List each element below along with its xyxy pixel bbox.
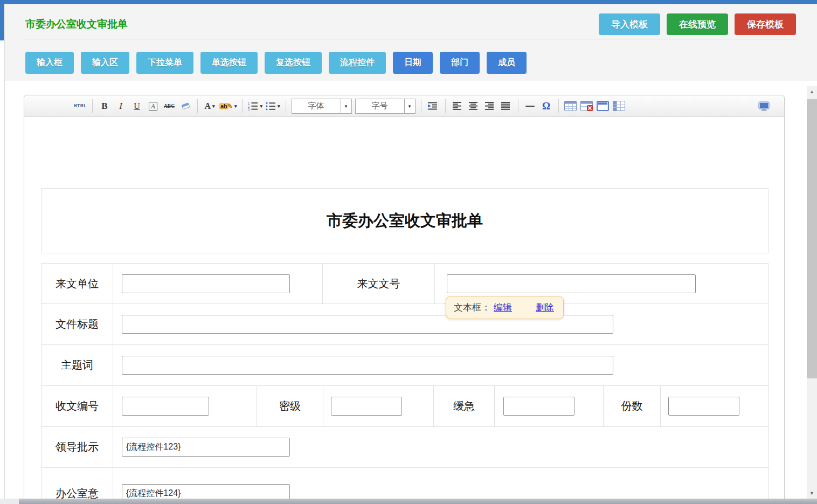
align-justify-button[interactable]: [500, 99, 513, 113]
align-left-icon: [453, 102, 462, 110]
label-cell: 份数: [604, 386, 661, 427]
bold-button[interactable]: B: [98, 99, 111, 113]
underline-button[interactable]: U: [130, 99, 143, 113]
strikethrough-button[interactable]: ABC: [163, 99, 176, 113]
keywords-input[interactable]: [122, 356, 613, 375]
chevron-down-icon[interactable]: ▾: [404, 99, 415, 113]
fullscreen-button[interactable]: [757, 99, 770, 113]
align-left-button[interactable]: [451, 99, 464, 113]
editor-toolbar: HTML B I U A ABC A▾ ab✎▾ 123 ▾ ▾: [24, 95, 784, 117]
char-border-icon: A: [149, 102, 157, 111]
toolbar-separator: [286, 99, 286, 113]
unordered-list-button[interactable]: ▾: [266, 99, 280, 113]
form-title: 市委办公室收文审批单: [327, 210, 483, 232]
horizontal-scrollbar-thumb[interactable]: [19, 499, 817, 504]
copies-input[interactable]: [668, 397, 739, 416]
scrollbar-thumb[interactable]: [807, 99, 817, 378]
leader-comments-input[interactable]: [122, 438, 290, 457]
indent-button[interactable]: [427, 99, 440, 113]
insert-table-button[interactable]: [564, 99, 577, 113]
eraser-icon: [181, 102, 191, 111]
receipt-number-input[interactable]: [122, 397, 209, 416]
label-cell: 来文单位: [41, 264, 113, 304]
highlight-color-button[interactable]: ab✎▾: [219, 99, 237, 113]
add-department-button[interactable]: 部门: [440, 52, 480, 74]
source-unit-input[interactable]: [122, 274, 290, 293]
font-family-select[interactable]: 字体 ▾: [292, 99, 352, 114]
add-dropdown-button[interactable]: 下拉菜单: [136, 52, 193, 74]
indent-icon: [428, 102, 438, 111]
svg-text:3: 3: [248, 108, 250, 111]
char-border-button[interactable]: A: [147, 99, 160, 113]
chevron-down-icon: ▾: [260, 103, 262, 109]
add-checkbox-button[interactable]: 复选按钮: [265, 52, 322, 74]
delete-table-button[interactable]: [580, 99, 593, 113]
app-window: 市委办公室收文审批单 导入模板 在线预览 保存模板 输入框 输入区 下拉菜单 单…: [0, 0, 817, 504]
align-right-icon: [485, 102, 495, 110]
insert-table-icon: [564, 101, 577, 111]
add-date-button[interactable]: 日期: [393, 52, 433, 74]
add-textarea-button[interactable]: 输入区: [81, 52, 129, 74]
preview-online-button[interactable]: 在线预览: [667, 13, 728, 35]
chevron-down-icon: ▾: [234, 103, 237, 109]
cell-properties-button[interactable]: [613, 99, 626, 113]
fullscreen-icon: [758, 101, 770, 111]
security-level-input[interactable]: [331, 397, 402, 416]
editor-canvas[interactable]: 市委办公室收文审批单 来文单位 来文文号 文件标题 主题词: [24, 117, 784, 504]
font-color-button[interactable]: A▾: [203, 99, 216, 113]
edit-field-link[interactable]: 编辑: [494, 301, 512, 314]
vertical-scrollbar[interactable]: ▲ ▼: [807, 86, 817, 499]
chevron-down-icon[interactable]: ▾: [341, 99, 351, 113]
horizontal-rule-button[interactable]: [524, 99, 537, 113]
input-cell: [113, 304, 769, 345]
html-source-button[interactable]: HTML: [74, 99, 87, 113]
toolbar-separator: [197, 99, 198, 113]
urgency-input[interactable]: [503, 397, 574, 416]
save-template-button[interactable]: 保存模板: [735, 13, 796, 35]
pencil-icon: ✎: [227, 102, 233, 110]
delete-table-icon: [580, 101, 593, 111]
special-character-button[interactable]: Ω: [540, 99, 553, 113]
input-cell: [113, 345, 769, 386]
add-input-box-button[interactable]: 输入框: [25, 52, 74, 74]
add-flow-control-button[interactable]: 流程控件: [329, 52, 386, 74]
header-divider: [25, 39, 798, 39]
add-member-button[interactable]: 成员: [487, 52, 527, 74]
page-title: 市委办公室收文审批单: [25, 17, 128, 31]
toolbar-separator: [445, 99, 446, 113]
input-cell: [323, 386, 434, 427]
label-cell: 文件标题: [41, 304, 113, 345]
label-cell: 缓急: [434, 386, 495, 427]
eraser-button[interactable]: [179, 99, 192, 113]
form-title-box: 市委办公室收文审批单: [41, 188, 768, 253]
scroll-up-arrow[interactable]: ▲: [807, 86, 817, 97]
add-radio-button[interactable]: 单选按钮: [200, 52, 258, 74]
table-properties-button[interactable]: [597, 99, 610, 113]
input-cell: [661, 386, 769, 427]
align-center-button[interactable]: [467, 99, 480, 113]
toolbar-separator: [92, 99, 93, 113]
label-cell: 领导批示: [41, 427, 113, 468]
scroll-down-arrow[interactable]: ▼: [807, 488, 817, 499]
source-unit-label: 来文单位: [56, 277, 99, 291]
rich-text-editor: HTML B I U A ABC A▾ ab✎▾ 123 ▾ ▾: [24, 95, 785, 504]
table-row: 收文编号 密级 缓急 份数: [41, 386, 768, 427]
document-number-input[interactable]: [447, 274, 696, 293]
table-properties-icon: [597, 101, 609, 111]
template-actions: 导入模板 在线预览 保存模板: [599, 13, 796, 35]
italic-button[interactable]: I: [114, 99, 127, 113]
field-type-buttons: 输入框 输入区 下拉菜单 单选按钮 复选按钮 流程控件 日期 部门 成员: [25, 52, 527, 74]
input-cell: [495, 386, 604, 427]
font-color-icon: A: [204, 101, 211, 111]
chevron-down-icon: ▾: [278, 103, 280, 109]
toolbar-separator: [421, 99, 421, 113]
align-center-icon: [469, 102, 479, 110]
delete-field-link[interactable]: 删除: [536, 301, 554, 314]
ordered-list-button[interactable]: 123 ▾: [248, 99, 262, 113]
font-size-value: 字号: [356, 101, 404, 111]
cell-properties-icon: [613, 101, 625, 111]
font-size-select[interactable]: 字号 ▾: [355, 99, 416, 114]
unordered-list-icon: [266, 102, 276, 111]
import-template-button[interactable]: 导入模板: [599, 13, 660, 35]
align-right-button[interactable]: [483, 99, 496, 113]
